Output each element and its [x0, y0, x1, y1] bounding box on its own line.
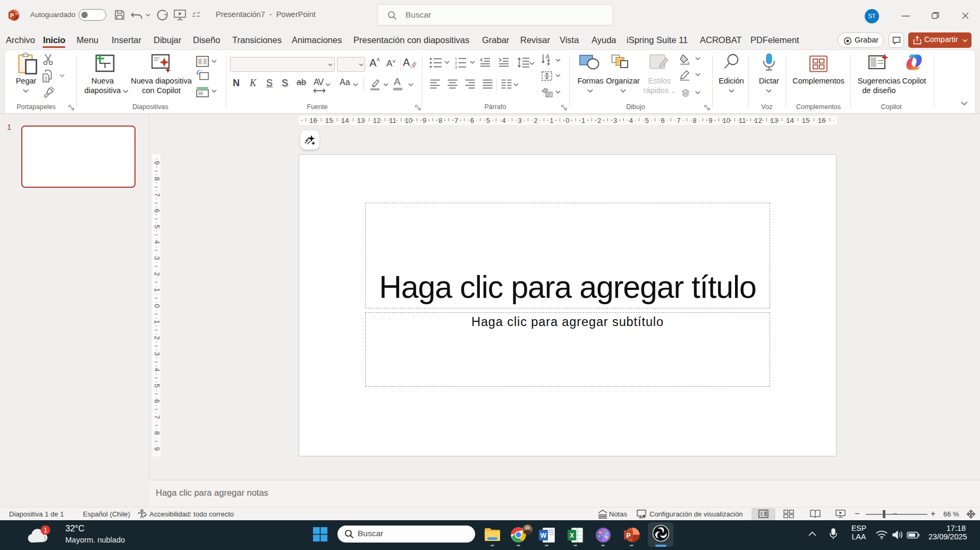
svg-text:W: W — [540, 532, 547, 539]
svg-text:2: 2 — [455, 61, 457, 65]
svg-text:P: P — [626, 532, 630, 539]
svg-text:1: 1 — [44, 527, 47, 534]
svg-text:X: X — [570, 532, 574, 539]
svg-text:1: 1 — [455, 57, 457, 61]
svg-text:P: P — [10, 12, 14, 19]
svg-text:A: A — [546, 54, 550, 60]
svg-text:3: 3 — [455, 65, 457, 69]
